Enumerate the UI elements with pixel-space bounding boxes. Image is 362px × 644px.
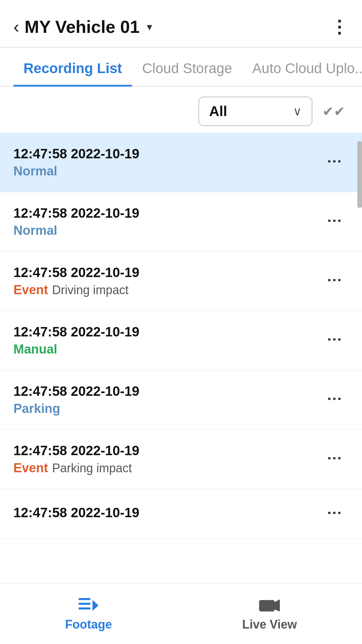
recording-type-label: Normal [13,164,57,178]
recording-item-content: 12:47:58 2022-10-19EventDriving impact [13,265,321,297]
recording-item-content: 12:47:58 2022-10-19 [13,505,321,523]
select-all-button[interactable]: ✔✔ [319,100,349,122]
header-left: ‹ MY Vehicle 01 ▾ [13,17,152,37]
recording-item-more-button[interactable]: ⋮ [321,329,349,352]
tab-recording-list[interactable]: Recording List [13,48,132,86]
svg-marker-5 [275,599,280,611]
recording-item[interactable]: 12:47:58 2022-10-19⋮ [0,489,362,539]
recording-timestamp: 12:47:58 2022-10-19 [13,265,321,280]
recording-item-content: 12:47:58 2022-10-19EventParking impact [13,443,321,475]
recording-timestamp: 12:47:58 2022-10-19 [13,384,321,399]
recording-type-sub-label: Driving impact [52,283,128,297]
recording-timestamp: 12:47:58 2022-10-19 [13,206,321,221]
svg-rect-4 [259,600,275,611]
recording-item[interactable]: 12:47:58 2022-10-19Manual⋮ [0,311,362,370]
live-view-label: Live View [242,618,297,632]
footage-nav-icon [78,597,99,614]
vehicle-title: MY Vehicle 01 [24,17,139,37]
tab-cloud-storage[interactable]: Cloud Storage [132,48,242,86]
nav-live-view[interactable]: Live View [222,591,317,637]
nav-footage[interactable]: Footage [45,591,132,637]
recording-type-label: Normal [13,223,57,237]
recording-type-line: Normal [13,223,321,238]
recording-type-label: Event [13,461,48,475]
recording-item-content: 12:47:58 2022-10-19Normal [13,146,321,178]
recording-type-label: Manual [13,342,57,356]
live-view-nav-icon [259,597,280,614]
recording-type-line: Normal [13,164,321,178]
back-button[interactable]: ‹ [13,18,19,36]
svg-rect-2 [78,607,90,609]
recording-type-line: EventParking impact [13,461,321,475]
recording-list: 12:47:58 2022-10-19Normal⋮12:47:58 2022-… [0,133,362,539]
svg-marker-3 [93,600,99,611]
recording-type-line: EventDriving impact [13,283,321,297]
recording-item-more-button[interactable]: ⋮ [321,151,349,174]
recording-item-more-button[interactable]: ⋮ [321,448,349,471]
recording-item[interactable]: 12:47:58 2022-10-19EventParking impact⋮ [0,430,362,489]
tab-auto-cloud-upload[interactable]: Auto Cloud Uplo... [242,48,362,86]
tab-bar: Recording List Cloud Storage Auto Cloud … [0,48,362,87]
recording-type-line: Parking [13,401,321,416]
recording-item-more-button[interactable]: ⋮ [321,502,349,525]
header-more-button[interactable]: ⋮ [330,17,349,37]
svg-rect-1 [78,603,90,605]
recording-item-content: 12:47:58 2022-10-19Parking [13,384,321,416]
recording-item-content: 12:47:58 2022-10-19Manual [13,324,321,357]
recording-timestamp: 12:47:58 2022-10-19 [13,324,321,339]
recording-type-sub-label: Parking impact [52,461,132,475]
bottom-nav: Footage Live View [0,584,362,644]
vehicle-dropdown-icon[interactable]: ▾ [147,20,152,33]
recording-item[interactable]: 12:47:58 2022-10-19Parking⋮ [0,370,362,430]
recording-item-content: 12:47:58 2022-10-19Normal [13,206,321,238]
app-header: ‹ MY Vehicle 01 ▾ ⋮ [0,0,362,47]
recording-type-label: Event [13,283,48,297]
recording-type-label: Parking [13,401,60,416]
recording-type-line: Manual [13,342,321,357]
recording-item[interactable]: 12:47:58 2022-10-19Normal⋮ [0,192,362,252]
scrollbar[interactable] [357,141,362,208]
filter-label: All [209,103,227,119]
recording-item-more-button[interactable]: ⋮ [321,270,349,292]
recording-item[interactable]: 12:47:58 2022-10-19EventDriving impact⋮ [0,252,362,311]
recording-item-more-button[interactable]: ⋮ [321,210,349,233]
footage-label: Footage [65,618,112,632]
recording-timestamp: 12:47:58 2022-10-19 [13,505,321,520]
svg-rect-0 [78,598,90,600]
filter-row: All ∨ ✔✔ [0,87,362,133]
filter-dropdown[interactable]: All ∨ [198,97,312,126]
recording-timestamp: 12:47:58 2022-10-19 [13,443,321,458]
recording-item-more-button[interactable]: ⋮ [321,388,349,411]
filter-chevron-icon: ∨ [293,104,302,118]
recording-timestamp: 12:47:58 2022-10-19 [13,146,321,161]
recording-item[interactable]: 12:47:58 2022-10-19Normal⋮ [0,133,362,192]
